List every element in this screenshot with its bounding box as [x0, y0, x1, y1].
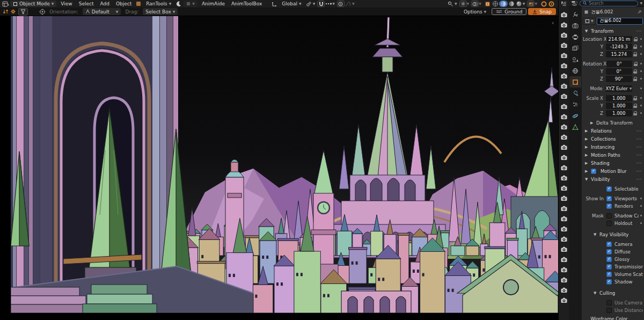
tab-object-data[interactable] — [569, 121, 581, 133]
animate-dot[interactable] — [640, 46, 642, 47]
rantools-menu[interactable]: RanTools ▼ — [143, 1, 174, 7]
animate-dot[interactable] — [640, 105, 642, 106]
ray-shadow-checkbox[interactable]: ✓ — [606, 279, 612, 285]
mode-dropdown[interactable]: Object Mode ▼ — [10, 1, 56, 7]
location-y-field[interactable]: -1249.3 — [606, 43, 632, 50]
editor-type-dropdown[interactable] — [2, 1, 9, 7]
active-tool-icon[interactable] — [39, 9, 46, 15]
ray-diffuse-checkbox[interactable]: ✓ — [606, 249, 612, 254]
camera-icon[interactable] — [561, 142, 567, 152]
section-instancing[interactable]: ▶Instancing== — [583, 143, 643, 151]
camera-icon[interactable] — [561, 152, 567, 163]
camera-icon[interactable] — [561, 112, 567, 122]
rotation-mode-dropdown[interactable]: XYZ Euler▼ — [605, 85, 633, 92]
orientation-dropdown[interactable]: Global ▼ — [279, 1, 304, 7]
menu-add[interactable]: Add — [97, 0, 112, 8]
section-delta-transform[interactable]: ▶Delta Transform — [583, 119, 643, 127]
overlays-toggle[interactable] — [471, 1, 479, 7]
camera-icon[interactable] — [561, 132, 567, 142]
shading-wireframe-button[interactable] — [492, 1, 499, 7]
section-visibility[interactable]: ▼Visibility== — [583, 175, 643, 183]
menu-object[interactable]: Object — [113, 0, 135, 8]
lock-icon[interactable] — [633, 104, 637, 108]
scale-x-field[interactable]: 1.000 — [606, 95, 632, 101]
camera-icon[interactable] — [561, 81, 567, 91]
animate-dot[interactable] — [640, 222, 642, 224]
snap-target-icon[interactable] — [305, 1, 313, 7]
lock-icon[interactable] — [634, 37, 638, 41]
renders-checkbox[interactable]: ✓ — [606, 203, 612, 209]
proportional-edit-toggle[interactable] — [337, 1, 345, 7]
camera-icon[interactable] — [561, 244, 567, 254]
camera-icon[interactable] — [561, 20, 567, 30]
animate-dot[interactable] — [640, 88, 642, 89]
menu-animtoolbox[interactable]: AnimToolBox — [228, 0, 265, 8]
tab-object[interactable] — [569, 76, 581, 88]
scale-y-field[interactable]: 1.000 — [606, 103, 632, 109]
camera-icon[interactable] — [561, 183, 567, 193]
panel-options-chevron[interactable]: ▼ — [640, 2, 642, 5]
lock-icon[interactable] — [634, 62, 638, 66]
animate-dot[interactable] — [640, 215, 642, 216]
snap-magnet-toggle[interactable] — [317, 1, 325, 7]
camera-icon[interactable] — [561, 295, 567, 306]
menu-view[interactable]: View — [57, 0, 75, 8]
ray-volume-scatter-checkbox[interactable]: ✓ — [606, 272, 612, 277]
camera-icon[interactable] — [561, 173, 567, 183]
ray-transmission-checkbox[interactable]: ✓ — [606, 264, 612, 270]
section-relations[interactable]: ▶Relations== — [583, 127, 643, 135]
animate-dot[interactable] — [640, 97, 642, 99]
animate-dot[interactable] — [640, 198, 642, 199]
camera-icon[interactable] — [561, 285, 567, 295]
render-preview-dropdown[interactable] — [527, 1, 535, 7]
location-z-field[interactable]: 15.274 — [606, 51, 632, 57]
3d-viewport[interactable]: ‹ — [0, 16, 558, 320]
addon-orange-icon[interactable] — [135, 1, 142, 7]
shading-material-button[interactable] — [508, 1, 515, 7]
addon-orange-circle-a[interactable] — [540, 1, 547, 7]
search-box[interactable] — [580, 1, 638, 6]
camera-icon[interactable] — [561, 10, 567, 20]
camera-icon[interactable] — [561, 50, 567, 61]
filter-funnel-toggle[interactable] — [18, 8, 28, 16]
sort-toggle-icon[interactable] — [2, 9, 9, 15]
camera-icon[interactable] — [561, 203, 567, 214]
camera-icon[interactable] — [561, 40, 567, 50]
sidebar-collapse-arrow[interactable]: ‹ — [552, 19, 554, 26]
tab-tool[interactable] — [569, 9, 581, 20]
shading-solid-button[interactable] — [499, 1, 508, 7]
camera-icon[interactable] — [561, 234, 567, 244]
lock-icon[interactable] — [633, 69, 637, 74]
moon-icon[interactable] — [175, 1, 182, 7]
camera-icon[interactable] — [561, 122, 567, 132]
camera-icon[interactable] — [561, 265, 567, 275]
pin-icon[interactable] — [637, 10, 642, 14]
animate-dot[interactable] — [640, 112, 642, 114]
shadow-catcher-checkbox[interactable] — [606, 213, 612, 219]
animate-dot[interactable] — [640, 70, 642, 72]
use-camera-cull-checkbox[interactable] — [606, 300, 612, 306]
camera-icon[interactable] — [561, 214, 567, 224]
tab-modifiers[interactable] — [569, 88, 581, 99]
holdout-checkbox[interactable] — [606, 221, 612, 226]
lock-icon[interactable] — [633, 52, 637, 56]
camera-icon[interactable] — [561, 275, 567, 285]
motion-blur-checkbox[interactable]: ✓ — [591, 169, 596, 174]
ground-toggle[interactable]: Ground — [492, 8, 526, 15]
snap-button[interactable]: Snap — [528, 8, 556, 15]
camera-icon[interactable] — [561, 163, 567, 173]
rotation-z-field[interactable]: 90° — [606, 76, 632, 82]
animate-dot[interactable] — [640, 38, 642, 40]
menu-select[interactable]: Select — [76, 0, 97, 8]
animate-dot[interactable] — [640, 63, 642, 64]
ray-camera-checkbox[interactable]: ✓ — [606, 242, 612, 247]
drag-select-box-dropdown[interactable]: Select Box ▼ — [143, 8, 178, 15]
section-culling[interactable]: ▼Culling — [583, 289, 643, 297]
section-shading[interactable]: ▶Shading== — [583, 159, 643, 167]
scale-z-field[interactable]: 1.000 — [606, 110, 632, 117]
section-motion-blur[interactable]: ▶✓Motion Blur== — [583, 167, 643, 175]
object-name-field[interactable] — [597, 18, 643, 25]
view-object-types-dropdown[interactable] — [447, 1, 455, 7]
use-distance-cull-checkbox[interactable] — [606, 308, 612, 313]
lock-icon[interactable] — [633, 111, 637, 115]
